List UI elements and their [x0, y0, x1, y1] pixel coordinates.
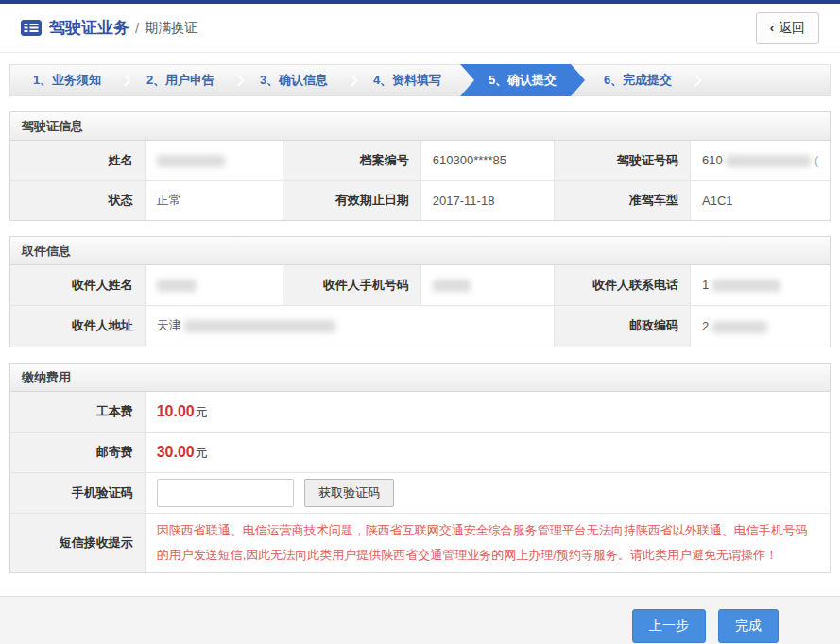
zip-code-prefix: 2 [702, 319, 709, 333]
file-number-label: 档案编号 [283, 141, 421, 180]
recipient-name-label: 收件人姓名 [10, 265, 145, 305]
contact-phone-label: 收件人联系电话 [555, 265, 691, 305]
name-label: 姓名 [10, 141, 145, 180]
table-row: 姓名 档案编号 610300****85 驾驶证号码 610 ( [10, 141, 830, 180]
production-fee-amount: 10.00 [157, 403, 195, 419]
contact-phone-value: 1 [691, 265, 830, 305]
page-title: 驾驶证业务 [49, 17, 129, 39]
sms-note-cell: 因陕西省联通、电信运营商技术问题，陕西省互联网交通安全综合服务管理平台无法向持陕… [145, 513, 830, 572]
postage-fee-value: 30.00元 [145, 432, 830, 472]
file-number-value: 610300****85 [420, 141, 554, 180]
masked-name [157, 155, 225, 167]
recipient-name-value [145, 265, 283, 305]
table-row: 邮寄费 30.00元 [10, 432, 830, 472]
pickup-info-table: 收件人姓名 收件人手机号码 收件人联系电话 1 收件人地址 天津 邮政编码 2 [10, 265, 830, 347]
expiry-date-label: 有效期止日期 [283, 180, 421, 220]
address-label: 收件人地址 [10, 305, 145, 347]
contact-phone-prefix: 1 [702, 278, 709, 292]
address-value: 天津 [145, 305, 554, 347]
step-3-confirm-info[interactable]: 3、确认信息 [237, 64, 351, 96]
postage-fee-amount: 30.00 [157, 444, 195, 460]
sms-code-input[interactable] [157, 479, 294, 507]
zip-code-label: 邮政编码 [555, 305, 691, 347]
zip-code-value: 2 [691, 305, 830, 347]
production-fee-label: 工本费 [10, 392, 145, 432]
license-number-value: 610 ( [691, 141, 830, 180]
table-row: 状态 正常 有效期止日期 2017-11-18 准驾车型 A1C1 [10, 180, 830, 220]
license-number-prefix: 610 [702, 153, 723, 167]
masked-address [184, 320, 335, 332]
pickup-info-section: 取件信息 收件人姓名 收件人手机号码 收件人联系电话 1 收件人地址 天津 邮政… [9, 236, 831, 347]
breadcrumb-subtitle: 期满换证 [145, 20, 197, 37]
expiry-date-value: 2017-11-18 [420, 180, 554, 220]
status-value: 正常 [145, 180, 283, 220]
step-2-declaration[interactable]: 2、用户申告 [124, 64, 237, 96]
masked-zip-code [712, 321, 767, 333]
status-label: 状态 [10, 180, 145, 220]
step-4-fill-data[interactable]: 4、资料填写 [351, 64, 464, 96]
vehicle-class-value: A1C1 [691, 180, 830, 220]
fees-table: 工本费 10.00元 邮寄费 30.00元 手机验证码 获取验证码 短信接收提示… [10, 392, 830, 572]
back-button-label: 返回 [779, 20, 805, 37]
pickup-section-title: 取件信息 [10, 237, 830, 265]
address-prefix: 天津 [157, 318, 181, 332]
sms-code-cell: 获取验证码 [145, 472, 830, 513]
wizard-step-bar: 1、业务须知 2、用户申告 3、确认信息 4、资料填写 5、确认提交 6、完成提… [9, 64, 831, 96]
masked-license-number [726, 155, 811, 167]
fees-section-title: 缴纳费用 [10, 364, 830, 392]
masked-contact-phone [712, 280, 780, 292]
footer-action-bar: 上一步 完成 [0, 596, 840, 644]
currency-unit: 元 [196, 405, 208, 419]
license-info-table: 姓名 档案编号 610300****85 驾驶证号码 610 ( 状态 正常 有… [10, 141, 830, 220]
postage-fee-label: 邮寄费 [10, 432, 145, 472]
license-info-section: 驾驶证信息 姓名 档案编号 610300****85 驾驶证号码 610 ( 状… [9, 111, 831, 221]
currency-unit: 元 [196, 446, 208, 460]
license-form-icon [21, 20, 42, 36]
get-code-button[interactable]: 获取验证码 [304, 479, 394, 507]
license-number-label: 驾驶证号码 [555, 141, 691, 180]
step-6-complete-submit[interactable]: 6、完成提交 [581, 64, 694, 96]
previous-step-button[interactable]: 上一步 [632, 609, 706, 643]
back-chevron-icon: ‹ [770, 21, 774, 35]
step-5-confirm-submit-active[interactable]: 5、确认提交 [460, 64, 585, 96]
breadcrumb-separator: / [135, 20, 139, 36]
masked-recipient-name [157, 280, 197, 292]
back-button[interactable]: ‹ 返回 [756, 12, 819, 44]
table-row: 短信接收提示 因陕西省联通、电信运营商技术问题，陕西省互联网交通安全综合服务管理… [10, 513, 830, 572]
license-number-suffix: ( [814, 153, 818, 167]
page-header: 驾驶证业务 / 期满换证 ‹ 返回 [0, 4, 840, 53]
name-value [145, 141, 283, 180]
table-row: 收件人姓名 收件人手机号码 收件人联系电话 1 [10, 265, 830, 305]
step-1-notice[interactable]: 1、业务须知 [10, 64, 124, 96]
production-fee-value: 10.00元 [145, 392, 830, 432]
vehicle-class-label: 准驾车型 [555, 180, 691, 220]
table-row: 工本费 10.00元 [10, 392, 830, 432]
license-section-title: 驾驶证信息 [10, 112, 830, 141]
table-row: 收件人地址 天津 邮政编码 2 [10, 305, 830, 347]
table-row: 手机验证码 获取验证码 [10, 472, 830, 513]
sms-note-label: 短信接收提示 [10, 513, 145, 572]
finish-button[interactable]: 完成 [718, 609, 779, 643]
sms-code-label: 手机验证码 [10, 472, 145, 513]
fees-section: 缴纳费用 工本费 10.00元 邮寄费 30.00元 手机验证码 获取验证码 短… [9, 363, 831, 573]
recipient-phone-label: 收件人手机号码 [283, 265, 421, 305]
masked-recipient-phone [433, 280, 471, 292]
recipient-phone-value [420, 265, 554, 305]
sms-note-text: 因陕西省联通、电信运营商技术问题，陕西省互联网交通安全综合服务管理平台无法向持陕… [157, 514, 830, 572]
